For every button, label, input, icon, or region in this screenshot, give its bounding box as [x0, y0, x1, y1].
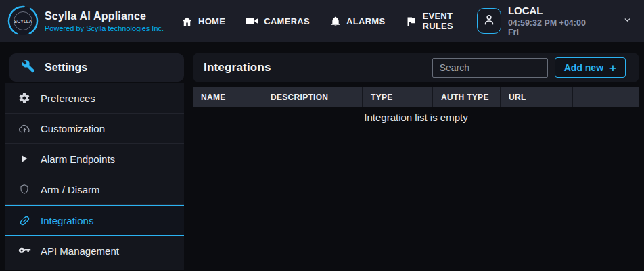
nav-item-label: EVENT RULES — [422, 11, 476, 31]
sidebar-title: Settings — [45, 61, 87, 74]
column-header-actions — [573, 87, 639, 107]
column-header-description: DESCRIPTION — [262, 87, 363, 107]
flag-icon — [405, 16, 417, 27]
app-subtitle: Powered by Scylla technologies Inc. — [45, 24, 165, 32]
sidebar-item-partial — [5, 266, 184, 270]
bell-icon — [330, 16, 341, 27]
sidebar-item-arm-disarm[interactable]: Arm / Disarm — [5, 174, 184, 205]
sidebar-item-label: Preferences — [41, 93, 95, 104]
sidebar-item-integrations[interactable]: Integrations — [5, 205, 184, 236]
key-icon — [18, 247, 31, 255]
sidebar-item-preferences[interactable]: Preferences — [5, 83, 184, 114]
user-section: LOCAL 04:59:32 PM +04:00 Fri — [477, 5, 644, 37]
scylla-logo: SCYLLA — [7, 5, 39, 37]
nav-item-event-rules[interactable]: EVENT RULES — [405, 11, 476, 31]
brand-block: Scylla AI Appliance Powered by Scylla te… — [45, 10, 165, 32]
plus-icon: + — [610, 62, 616, 74]
nav-item-label: CAMERAS — [264, 16, 310, 26]
person-icon — [482, 12, 497, 30]
nav-item-label: HOME — [198, 16, 225, 26]
sidebar-items: Preferences Customization Alarm Endpoint… — [5, 83, 184, 270]
sidebar-item-customization[interactable]: Customization — [5, 114, 184, 144]
wrench-icon — [22, 59, 35, 76]
gear-icon — [18, 92, 31, 104]
user-meta: LOCAL 04:59:32 PM +04:00 Fri — [508, 5, 595, 37]
sidebar-item-label: Alarm Endpoints — [41, 153, 115, 165]
camera-icon — [246, 16, 258, 26]
main-nav: HOME CAMERAS ALARMS EVENT RULES — [181, 11, 477, 31]
column-header-name: NAME — [193, 87, 262, 107]
nav-item-label: ALARMS — [346, 16, 385, 26]
content-area: Settings Preferences Customization — [0, 42, 644, 270]
add-new-label: Add new — [564, 62, 603, 73]
nav-item-alarms[interactable]: ALARMS — [330, 16, 385, 27]
user-menu-toggle[interactable] — [623, 15, 632, 27]
logo-text: SCYLLA — [14, 19, 32, 24]
sidebar-item-label: Arm / Disarm — [41, 184, 100, 195]
sidebar-header-settings[interactable]: Settings — [9, 53, 184, 82]
page-title: Integrations — [204, 61, 271, 74]
cloud-upload-icon — [18, 123, 31, 134]
nav-item-home[interactable]: HOME — [181, 16, 225, 27]
user-name: LOCAL — [508, 5, 595, 16]
user-avatar-button[interactable] — [477, 8, 501, 34]
panel-header: Integrations Add new + — [193, 53, 639, 82]
link-icon — [18, 214, 31, 227]
column-header-type: TYPE — [363, 87, 433, 107]
play-icon — [18, 153, 31, 164]
column-header-auth-type: AUTH TYPE — [433, 87, 501, 107]
sidebar-item-api-management[interactable]: API Management — [5, 236, 184, 266]
sidebar-item-label: Customization — [41, 123, 105, 134]
sidebar-item-alarm-endpoints[interactable]: Alarm Endpoints — [5, 144, 184, 174]
shield-icon — [18, 183, 31, 195]
table-header-row: NAME DESCRIPTION TYPE AUTH TYPE URL — [193, 87, 639, 107]
home-icon — [181, 16, 193, 27]
top-navigation-bar: SCYLLA Scylla AI Appliance Powered by Sc… — [0, 0, 644, 42]
column-header-url: URL — [501, 87, 573, 107]
add-new-button[interactable]: Add new + — [555, 57, 626, 78]
app-title: Scylla AI Appliance — [45, 10, 165, 22]
empty-list-message: Integration list is empty — [193, 107, 639, 123]
nav-item-cameras[interactable]: CAMERAS — [246, 16, 310, 26]
search-input[interactable] — [432, 58, 548, 78]
chevron-down-icon — [623, 15, 632, 27]
sidebar-item-label: API Management — [41, 245, 119, 257]
user-time: 04:59:32 PM +04:00 Fri — [508, 18, 595, 37]
sidebar-item-label: Integrations — [41, 215, 93, 226]
integrations-panel: Integrations Add new + NAME DESCRIPTION … — [193, 53, 639, 270]
settings-sidebar: Settings Preferences Customization — [5, 53, 184, 270]
